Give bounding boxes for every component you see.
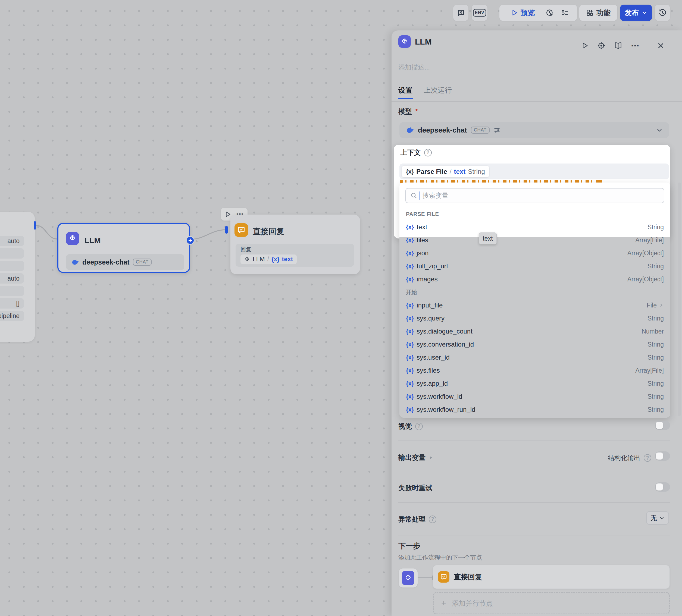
env-variables-button[interactable]: ENV: [472, 5, 487, 21]
next-node-card[interactable]: 直接回复: [433, 565, 670, 589]
variable-icon: {x}: [406, 276, 414, 283]
node-model-row: deepseek-chat CHAT: [66, 254, 184, 270]
run-node-icon[interactable]: [581, 42, 589, 49]
panel-title[interactable]: LLM: [415, 37, 432, 46]
retry-toggle[interactable]: [655, 482, 670, 492]
structured-output-toggle[interactable]: [655, 451, 670, 460]
header-divider: [648, 42, 648, 50]
variable-name: sys.workflow_run_id: [416, 406, 475, 413]
add-next-node-button[interactable]: +: [186, 236, 195, 245]
ref-variable-name: text: [454, 168, 465, 175]
variable-type: String: [647, 263, 664, 270]
preview-button[interactable]: 预览: [505, 8, 541, 18]
variable-row[interactable]: {x}sys.workflow_idString: [400, 390, 670, 403]
answer-node-icon: [438, 571, 449, 583]
docs-icon[interactable]: [614, 42, 622, 50]
variable-row[interactable]: {x}filesArray[File]: [400, 234, 670, 246]
llm-node[interactable]: ⋯ LLM deepseek-chat CHAT +: [57, 223, 190, 273]
publish-button[interactable]: 发布: [620, 5, 652, 21]
variable-row[interactable]: {x}jsonArray[Object]: [400, 246, 670, 260]
model-params-icon[interactable]: [494, 126, 500, 134]
answer-node[interactable]: 直接回复 回复 LLM / {x} text: [230, 215, 360, 274]
llm-node-icon: [66, 232, 79, 245]
caret-right-icon[interactable]: [429, 455, 433, 460]
run-node-icon[interactable]: [224, 211, 231, 218]
next-node-title: 直接回复: [454, 572, 482, 582]
variable-icon: {x}: [406, 328, 414, 335]
variable-row[interactable]: {x}sys.queryString: [400, 312, 670, 325]
required-asterisk: *: [415, 107, 418, 116]
variable-name: json: [416, 249, 429, 257]
chat-close-icon: [457, 9, 465, 17]
variable-row[interactable]: {x}sys.dialogue_countNumber: [400, 325, 670, 338]
knowledge-node-partial[interactable]: autoauto[]pipeline: [0, 212, 35, 342]
variable-search-input[interactable]: 搜索变量: [405, 188, 664, 203]
variable-icon: {x}: [406, 168, 414, 175]
close-panel-icon[interactable]: [657, 42, 665, 49]
node-field-pill[interactable]: auto: [0, 273, 24, 284]
node-title: LLM: [85, 236, 101, 245]
search-icon: [410, 192, 417, 199]
variable-type: Array[File]: [635, 237, 664, 244]
run-history-icon[interactable]: [541, 9, 558, 17]
ref-node-name: LLM: [253, 256, 265, 263]
chevron-right-icon: [659, 303, 664, 308]
help-icon[interactable]: ?: [424, 149, 432, 157]
variable-list: PARSE FILE{x}textString{x}filesArray[Fil…: [400, 208, 670, 416]
deepseek-whale-icon: [71, 258, 79, 266]
node-field-pill[interactable]: [0, 261, 24, 271]
tab-last-run[interactable]: 上次运行: [424, 86, 452, 95]
node-field-pill[interactable]: [0, 286, 24, 296]
tabs-divider: [391, 101, 682, 101]
node-field-pill[interactable]: pipeline: [0, 311, 24, 321]
help-icon[interactable]: ?: [429, 516, 436, 523]
output-variables-label: 输出变量: [398, 453, 433, 462]
add-parallel-node-button[interactable]: + 添加并行节点: [433, 592, 670, 614]
tab-settings[interactable]: 设置: [398, 86, 412, 95]
help-icon[interactable]: ?: [415, 423, 423, 430]
variable-icon: {x}: [406, 237, 414, 244]
output-handle[interactable]: [34, 221, 36, 230]
deepseek-whale-icon: [405, 126, 414, 135]
variable-row[interactable]: {x}sys.user_idString: [400, 351, 670, 364]
node-field-pill[interactable]: auto: [0, 236, 24, 246]
vision-section-label: 视觉?: [398, 422, 423, 431]
variable-name: full_zip_url: [416, 262, 448, 270]
selected-model-name: deepseek-chat: [418, 126, 467, 135]
variable-name: input_file: [416, 302, 442, 309]
node-field-pill[interactable]: []: [0, 298, 24, 309]
context-variable-chip[interactable]: {x} Parse File / text String: [402, 166, 490, 177]
variable-row[interactable]: {x}textString: [400, 220, 670, 234]
input-handle[interactable]: [225, 226, 228, 234]
variable-name: sys.workflow_id: [416, 393, 462, 400]
search-placeholder: 搜索变量: [423, 191, 449, 200]
vision-toggle[interactable]: [655, 421, 670, 430]
description-input[interactable]: 添加描述...: [398, 63, 430, 72]
annotation-toggle-button[interactable]: [453, 5, 469, 21]
variable-row[interactable]: {x}sys.conversation_idString: [400, 338, 670, 351]
model-type-badge: CHAT: [133, 259, 152, 266]
llm-node-icon: [402, 571, 414, 585]
drag-ghost-label: text: [479, 233, 497, 244]
variable-row[interactable]: {x}imagesArray[Object]: [400, 273, 670, 286]
chevron-down-icon: [641, 10, 647, 16]
more-options-icon[interactable]: ⋯: [631, 41, 639, 50]
features-button[interactable]: 功能: [579, 5, 617, 21]
variable-type: Number: [641, 328, 664, 335]
model-selector[interactable]: deepseek-chat CHAT: [400, 122, 669, 138]
version-history-button[interactable]: [655, 5, 670, 21]
error-handling-select[interactable]: 无: [646, 511, 669, 525]
variable-row[interactable]: {x}sys.workflow_run_idString: [400, 403, 670, 416]
variable-row[interactable]: {x}input_fileFile: [400, 299, 670, 312]
checklist-icon[interactable]: [558, 9, 572, 17]
focus-node-icon[interactable]: [597, 42, 606, 50]
variable-row[interactable]: {x}sys.app_idString: [400, 377, 670, 390]
node-field-pill[interactable]: [0, 248, 24, 259]
variable-row[interactable]: {x}full_zip_urlString: [400, 260, 670, 273]
variable-icon: {x}: [406, 315, 414, 322]
scrollbar-track[interactable]: [678, 183, 681, 416]
help-icon[interactable]: ?: [644, 454, 651, 462]
variable-row[interactable]: {x}sys.filesArray[File]: [400, 364, 670, 377]
answer-variable-chip[interactable]: LLM / {x} text: [241, 255, 297, 264]
model-type-badge: CHAT: [471, 126, 490, 134]
